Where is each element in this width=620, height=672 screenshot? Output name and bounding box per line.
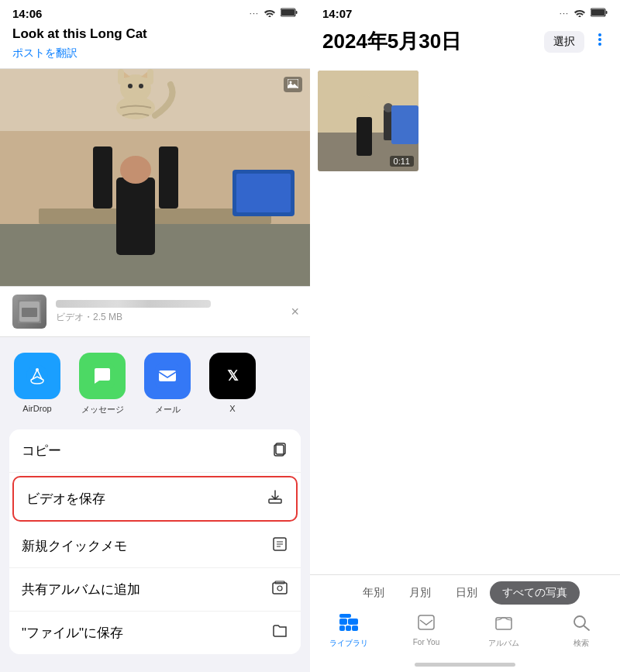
wifi-icon [264,6,276,20]
right-battery-icon [591,6,608,20]
file-name [56,300,211,308]
mail-label: メール [155,404,181,415]
quick-note-icon [271,536,288,557]
svg-rect-20 [236,174,291,212]
more-button[interactable] [592,32,608,51]
nav-tabs: ライブラリ For You アルバム [310,609,620,656]
file-info: ビデオ・2.5 MB [56,300,298,324]
quick-note-action[interactable]: 新規クイックメモ [9,525,301,568]
nav-tab-for-you[interactable]: For You [403,614,450,649]
copy-icon [271,440,288,461]
left-status-icons: ··· [250,6,298,20]
svg-rect-8 [93,146,112,208]
share-app-mail[interactable]: メール [143,353,192,415]
file-size: ビデオ・2.5 MB [56,311,298,324]
mail-icon [144,353,191,399]
albums-icon [494,614,513,636]
tab-year[interactable]: 年別 [350,581,397,605]
right-signal-dots: ··· [560,9,569,18]
svg-point-42 [277,586,282,591]
svg-rect-9 [159,146,178,208]
svg-point-47 [598,33,601,36]
nav-tab-library[interactable]: ライブラリ [326,614,372,649]
tab-day[interactable]: 日別 [443,581,490,605]
svg-rect-1 [281,9,294,16]
photos-grid: 0:11 [310,63,620,574]
for-you-label: For You [413,638,439,646]
svg-rect-30 [159,370,176,381]
right-header: 2024年5月30日 選択 [310,23,620,63]
share-app-messages[interactable]: メッセージ [78,353,127,415]
x-social-icon: 𝕏 [209,353,256,399]
select-button[interactable]: 選択 [544,31,584,53]
post-title: Look at this Long Cat [12,26,298,42]
copy-action[interactable]: コピー [9,429,301,473]
svg-rect-40 [273,583,287,594]
save-files-action[interactable]: "ファイル"に保存 [9,612,301,654]
right-wifi-icon [574,6,586,20]
svg-rect-52 [356,117,372,156]
tab-all-photos[interactable]: すべての写真 [490,581,580,605]
share-apps-row: AirDrop メッセージ [0,337,310,423]
image-type-icon [284,77,302,92]
airdrop-label: AirDrop [22,404,51,413]
save-video-icon [267,488,284,509]
svg-point-12 [120,74,151,102]
svg-point-27 [36,368,39,371]
svg-rect-2 [296,11,298,14]
svg-rect-62 [348,619,358,625]
translate-button[interactable]: ポストを翻訳 [12,47,298,60]
share-app-airdrop[interactable]: AirDrop [12,353,62,415]
signal-dots: ··· [250,9,259,18]
svg-point-10 [120,156,151,184]
cat-image [0,69,310,286]
svg-point-46 [598,38,601,41]
photos-date: 2024年5月30日 [322,28,461,55]
svg-text:𝕏: 𝕏 [227,368,239,384]
svg-rect-45 [606,11,608,14]
cat-video-thumbnail[interactable]: 0:11 [318,71,418,171]
nav-tab-albums[interactable]: アルバム [480,614,527,649]
share-sheet: AirDrop メッセージ [0,337,310,672]
left-panel: 14:06 ··· Look at this Long Cat ポストを翻訳 [0,0,310,672]
svg-line-70 [584,626,590,631]
svg-rect-67 [418,615,434,629]
right-time: 14:07 [322,7,352,20]
svg-rect-25 [22,308,37,317]
left-status-bar: 14:06 ··· [0,0,310,23]
share-app-x[interactable]: 𝕏 X [208,353,257,415]
nav-tab-search[interactable]: 検索 [558,614,604,649]
x-label: X [229,404,235,413]
search-icon [572,614,591,636]
library-icon [339,614,358,636]
svg-rect-17 [118,69,124,84]
svg-point-15 [128,84,133,88]
right-status-icons: ··· [560,6,608,20]
messages-label: メッセージ [81,404,124,415]
albums-label: アルバム [488,638,519,649]
airdrop-icon [14,353,60,399]
file-close-button[interactable]: × [291,304,299,320]
share-actions-list: コピー ビデオを保存 新規クイックメモ 共有アルバムに追加 [9,429,301,654]
left-header: Look at this Long Cat ポストを翻訳 [0,23,310,69]
svg-point-48 [598,43,601,46]
shared-album-action[interactable]: 共有アルバムに追加 [9,568,301,612]
svg-rect-7 [116,177,155,255]
save-files-label: "ファイル"に保存 [22,624,123,642]
svg-rect-63 [339,625,345,631]
thumbnail-duration: 0:11 [390,156,414,167]
tab-month[interactable]: 月別 [397,581,443,605]
svg-rect-57 [374,74,377,88]
right-status-bar: 14:07 ··· [310,0,620,23]
right-header-actions: 選択 [544,31,608,53]
svg-rect-4 [0,69,310,131]
messages-icon [79,353,126,399]
shared-album-icon [271,579,288,600]
time-filter-tabs: 年別 月別 日別 すべての写真 [310,575,620,609]
save-video-label: ビデオを保存 [26,490,105,508]
svg-rect-60 [391,105,418,144]
for-you-icon [417,614,436,636]
svg-point-53 [356,104,372,115]
save-video-action[interactable]: ビデオを保存 [12,476,298,522]
library-label: ライブラリ [329,638,368,649]
